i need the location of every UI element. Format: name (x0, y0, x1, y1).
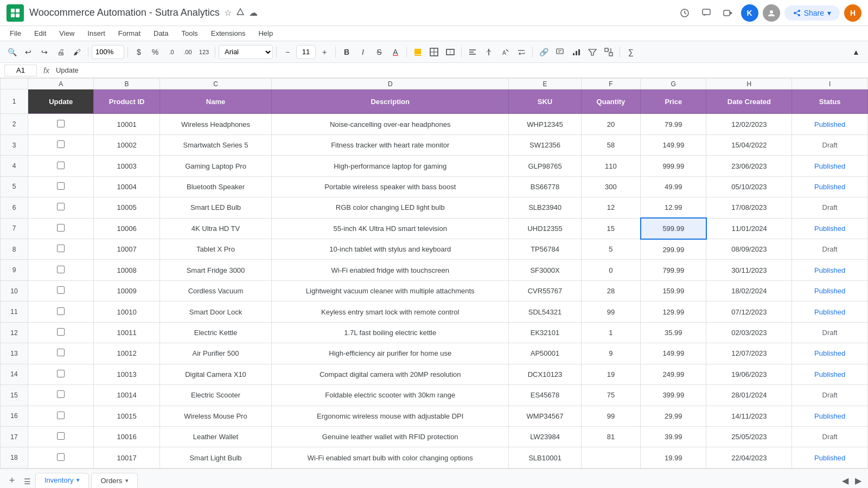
name-cell[interactable]: Smart LED Bulb (159, 197, 271, 218)
price-cell[interactable]: 39.99 (641, 426, 706, 447)
description-cell[interactable]: 55-inch 4K Ultra HD smart television (272, 218, 509, 239)
checkbox-3[interactable] (57, 182, 65, 190)
col-header-h[interactable]: H (706, 79, 792, 89)
status-cell[interactable]: Published (792, 156, 868, 176)
price-cell[interactable]: 49.99 (641, 176, 706, 197)
header-date-created[interactable]: Date Created (706, 89, 792, 114)
name-cell[interactable]: Bluetooth Speaker (159, 176, 271, 197)
status-cell[interactable]: Draft (792, 197, 868, 218)
date-cell[interactable]: 15/04/2022 (706, 134, 792, 155)
status-cell[interactable]: Draft (792, 239, 868, 260)
description-cell[interactable]: 10-inch tablet with stylus and keyboard (272, 239, 509, 260)
status-cell[interactable]: Draft (792, 426, 868, 447)
tab-inventory[interactable]: Inventory ▾ (35, 473, 89, 488)
header-product-id[interactable]: Product ID (94, 89, 159, 114)
price-cell[interactable]: 149.99 (641, 343, 706, 364)
checkbox-cell-2[interactable] (28, 156, 93, 176)
product-id-cell[interactable]: 10001 (94, 114, 159, 134)
checkbox-2[interactable] (57, 162, 65, 169)
product-id-cell[interactable]: 10015 (94, 406, 159, 426)
tab-inventory-arrow[interactable]: ▾ (76, 477, 80, 484)
font-size-plus-button[interactable]: + (317, 44, 332, 60)
quantity-cell[interactable] (581, 447, 640, 468)
sku-cell[interactable]: LW23984 (509, 426, 582, 447)
checkbox-8[interactable] (57, 286, 65, 294)
quantity-cell[interactable]: 28 (581, 280, 640, 301)
name-cell[interactable]: 4K Ultra HD TV (159, 218, 271, 239)
price-cell[interactable]: 19.99 (641, 447, 706, 468)
date-cell[interactable]: 12/02/2023 (706, 114, 792, 134)
menu-insert[interactable]: Insert (82, 28, 111, 38)
checkbox-cell-9[interactable] (28, 301, 93, 322)
price-cell[interactable]: 79.99 (641, 114, 706, 134)
product-id-cell[interactable]: 10013 (94, 364, 159, 384)
product-id-cell[interactable]: 10011 (94, 322, 159, 343)
price-cell[interactable]: 35.99 (641, 322, 706, 343)
price-cell[interactable]: 12.99 (641, 197, 706, 218)
name-cell[interactable]: Cordless Vacuum (159, 280, 271, 301)
date-cell[interactable]: 02/03/2023 (706, 322, 792, 343)
share-button[interactable]: Share ▾ (784, 5, 840, 21)
checkbox-cell-14[interactable] (28, 406, 93, 426)
checkbox-11[interactable] (57, 349, 65, 356)
quantity-cell[interactable]: 110 (581, 156, 640, 176)
menu-view[interactable]: View (54, 28, 80, 38)
avatar-h[interactable]: H (844, 4, 861, 22)
quantity-cell[interactable]: 81 (581, 426, 640, 447)
description-cell[interactable]: 1.7L fast boiling electric kettle (272, 322, 509, 343)
print-button[interactable]: 🖨 (53, 44, 68, 60)
product-id-cell[interactable]: 10002 (94, 134, 159, 155)
cloud-icon[interactable]: ☁ (249, 8, 258, 18)
avatar-k[interactable]: K (741, 4, 758, 22)
product-id-cell[interactable]: 10008 (94, 260, 159, 280)
name-cell[interactable]: Air Purifier 500 (159, 343, 271, 364)
name-cell[interactable]: Smart Door Lock (159, 301, 271, 322)
checkbox-9[interactable] (57, 307, 65, 315)
sku-cell[interactable]: EK32101 (509, 322, 582, 343)
product-id-cell[interactable]: 10005 (94, 197, 159, 218)
checkbox-cell-3[interactable] (28, 176, 93, 197)
bold-button[interactable]: B (339, 44, 354, 60)
comment-icon[interactable] (698, 4, 715, 22)
font-size-input[interactable] (296, 45, 316, 59)
borders-button[interactable] (426, 44, 442, 60)
status-cell[interactable]: Published (792, 364, 868, 384)
header-name[interactable]: Name (159, 89, 271, 114)
sku-cell[interactable]: SW12356 (509, 134, 582, 155)
checkbox-6[interactable] (57, 245, 65, 252)
checkbox-cell-15[interactable] (28, 426, 93, 447)
avatar-ext[interactable] (763, 4, 780, 22)
checkbox-cell-1[interactable] (28, 134, 93, 155)
menu-extensions[interactable]: Extensions (206, 28, 251, 38)
col-header-b[interactable]: B (94, 79, 159, 89)
paint-format-button[interactable]: 🖌 (69, 44, 85, 60)
currency-button[interactable]: $ (131, 44, 146, 60)
product-id-cell[interactable]: 10009 (94, 280, 159, 301)
checkbox-12[interactable] (57, 370, 65, 377)
status-cell[interactable]: Published (792, 406, 868, 426)
product-id-cell[interactable]: 10007 (94, 239, 159, 260)
checkbox-cell-4[interactable] (28, 197, 93, 218)
price-cell[interactable]: 599.99 (641, 218, 706, 239)
col-header-g[interactable]: G (641, 79, 706, 89)
date-cell[interactable]: 25/05/2023 (706, 426, 792, 447)
description-cell[interactable]: Wi-Fi enabled smart bulb with color chan… (272, 447, 509, 468)
header-quantity[interactable]: Quantity (581, 89, 640, 114)
product-id-cell[interactable]: 10012 (94, 343, 159, 364)
date-cell[interactable]: 12/07/2023 (706, 343, 792, 364)
date-cell[interactable]: 05/10/2023 (706, 176, 792, 197)
description-cell[interactable]: High-efficiency air purifier for home us… (272, 343, 509, 364)
description-cell[interactable]: Genuine leather wallet with RFID protect… (272, 426, 509, 447)
sku-cell[interactable]: GLP98765 (509, 156, 582, 176)
sku-cell[interactable]: DCX10123 (509, 364, 582, 384)
description-cell[interactable]: RGB color changing LED light bulb (272, 197, 509, 218)
price-cell[interactable]: 299.99 (641, 239, 706, 260)
checkbox-5[interactable] (57, 224, 65, 232)
date-cell[interactable]: 30/11/2023 (706, 260, 792, 280)
decimal-inc-button[interactable]: .00 (180, 44, 195, 60)
sku-cell[interactable]: CVR55767 (509, 280, 582, 301)
checkbox-cell-6[interactable] (28, 239, 93, 260)
status-cell[interactable]: Draft (792, 385, 868, 406)
merge-button[interactable] (443, 44, 458, 60)
quantity-cell[interactable]: 20 (581, 114, 640, 134)
